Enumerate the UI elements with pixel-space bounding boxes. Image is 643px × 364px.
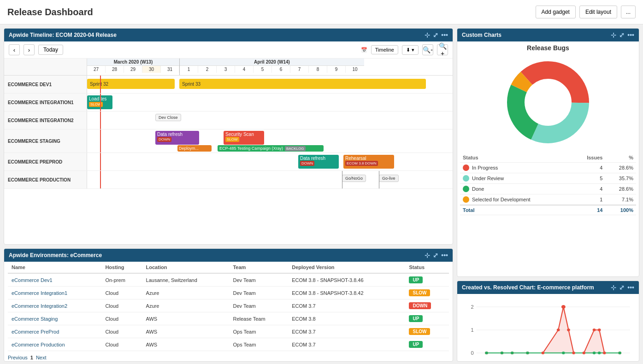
- env-name-link[interactable]: eCommerce Integration1: [12, 290, 67, 296]
- more-options-button[interactable]: ...: [621, 6, 636, 18]
- env-team-cell: Ops Team: [229, 325, 288, 338]
- env-name-link[interactable]: eCommerce Dev1: [12, 277, 53, 283]
- today-marker-preprod: [100, 153, 101, 170]
- legend-pct-cell: 7.1%: [605, 194, 636, 205]
- next-btn[interactable]: ›: [24, 44, 35, 55]
- prev-page-link[interactable]: Previous: [8, 355, 28, 360]
- status-badge: UP: [409, 276, 423, 283]
- cr-expand-icon[interactable]: ⤢: [619, 284, 625, 291]
- today-button[interactable]: Today: [38, 45, 63, 55]
- legend-color-dot: [463, 164, 469, 171]
- env-more-icon[interactable]: •••: [441, 252, 448, 259]
- env-name-link[interactable]: eCommerce Integration2: [12, 303, 67, 309]
- svg-point-4: [525, 79, 571, 125]
- ecp485-bar[interactable]: ECP-485 Testing Campaign (Xray) BACKLOG: [218, 145, 324, 152]
- data-refresh-preprod-label: Data refresh: [300, 156, 325, 161]
- cr-move-icon[interactable]: ⊹: [611, 284, 616, 291]
- row-label-int1: ECOMMERCE INTEGRATION1: [4, 94, 87, 111]
- rehearsal-bar[interactable]: Rehearsal ECOM 3.8 DOWN: [343, 155, 394, 169]
- march-days: 27 28 29 30 31: [87, 66, 179, 73]
- env-hosting-cell: Cloud: [101, 287, 142, 299]
- env-table-header-row: Name Hosting Location Team Deployed Vers…: [8, 262, 449, 273]
- today-marker-staging: [100, 129, 101, 153]
- timeline-inner: March 2020 (W13) 27 28 29 30 31 April: [4, 59, 453, 189]
- legend-pct-cell: 28.6%: [605, 184, 636, 194]
- legend-pct-cell: 35.7%: [605, 173, 636, 184]
- timeline-widget-title: Apwide Timeline: ECOM 2020-04 Release: [9, 32, 117, 38]
- env-table-row: eCommerce Production Cloud AWS Ops Team …: [8, 338, 449, 351]
- zoom-in-button[interactable]: 🔍+: [437, 44, 448, 55]
- legend-color-dot: [463, 196, 469, 203]
- env-table-row: eCommerce PreProd Cloud AWS Ops Team ECO…: [8, 325, 449, 338]
- row-preprod: ECOMMERCE PREPROD Data refresh DOWN Rehe…: [4, 153, 453, 171]
- charts-move-icon[interactable]: ⊹: [611, 31, 616, 39]
- status-badge: UP: [409, 315, 423, 322]
- env-name-link[interactable]: eCommerce Staging: [12, 316, 58, 322]
- more-icon[interactable]: •••: [441, 31, 448, 39]
- cr-more-icon[interactable]: •••: [627, 284, 634, 291]
- legend-row: Done 4 28.6%: [460, 184, 636, 194]
- env-name-cell: eCommerce Dev1: [8, 273, 101, 287]
- security-scan-bar[interactable]: Security Scan SLOW: [224, 131, 264, 145]
- data-refresh-staging-bar[interactable]: Data refresh DOWN: [155, 131, 199, 145]
- expand-icon[interactable]: ⤢: [433, 31, 438, 39]
- move-icon[interactable]: ⊹: [425, 31, 430, 39]
- legend-total-label: Total: [460, 205, 572, 215]
- env-status-cell: SLOW: [405, 325, 449, 338]
- env-expand-icon[interactable]: ⤢: [433, 252, 438, 259]
- legend-issues-cell: 4: [572, 163, 605, 173]
- svg-point-31: [501, 352, 504, 354]
- row-staging: ECOMMERCE STAGING Data refresh DOWN Depl…: [4, 129, 453, 153]
- golive-btn[interactable]: Go-live: [379, 175, 399, 182]
- legend-row: Selected for Development 1 7.1%: [460, 194, 636, 205]
- row-label-production: ECOMMERCE PRODUCTION: [4, 171, 87, 188]
- download-button[interactable]: ⬇ ▾: [402, 45, 419, 55]
- day-28: 28: [106, 66, 124, 73]
- env-location-cell: AWS: [142, 338, 230, 351]
- day-4: 4: [235, 66, 254, 73]
- data-refresh-label: Data refresh: [157, 132, 183, 137]
- zoom-out-button[interactable]: 🔍-: [422, 44, 433, 55]
- charts-more-icon[interactable]: •••: [627, 31, 634, 39]
- row-label-dev1: ECOMMERCE DEV1: [4, 76, 87, 93]
- svg-point-24: [572, 352, 575, 354]
- env-location-cell: Azure: [142, 287, 230, 299]
- svg-point-20: [542, 352, 545, 354]
- env-version-cell: ECOM 3.7: [288, 299, 405, 312]
- timeline-mode-button[interactable]: Timeline: [371, 45, 398, 54]
- ecom38down-badge: ECOM 3.8 DOWN: [345, 161, 378, 166]
- rehearsal-label: Rehearsal: [345, 156, 366, 161]
- environments-widget: Apwide Environments: eCommerce ⊹ ⤢ ••• N…: [4, 248, 453, 362]
- prev-btn[interactable]: ‹: [9, 44, 20, 55]
- sprint33-bar[interactable]: Sprint 33: [179, 79, 426, 89]
- charts-expand-icon[interactable]: ⤢: [619, 31, 625, 39]
- legend-status-label: Under Review: [472, 176, 504, 181]
- svg-point-35: [593, 352, 596, 354]
- cr-chart-area: 2 1 0 12 Mar 2020 17 Mar 2020 21 Mar 202…: [457, 294, 639, 362]
- data-refresh-preprod-bar[interactable]: Data refresh DOWN: [298, 155, 339, 169]
- env-name-link[interactable]: eCommerce PreProd: [12, 329, 59, 335]
- svg-point-34: [562, 352, 565, 354]
- env-hosting-cell: Cloud: [101, 325, 142, 338]
- svg-point-26: [593, 329, 596, 331]
- add-gadget-button[interactable]: Add gadget: [536, 6, 576, 18]
- gonogo-btn[interactable]: Go/NoGo: [342, 175, 366, 182]
- release-bugs-title: Release Bugs: [460, 44, 636, 52]
- env-version-cell: ECOM 3.7: [288, 338, 405, 351]
- env-name-cell: eCommerce PreProd: [8, 325, 101, 338]
- env-move-icon[interactable]: ⊹: [425, 252, 430, 259]
- row-content-production: Go/NoGo Go-live: [87, 171, 453, 188]
- timeline-header-actions: ⊹ ⤢ •••: [425, 31, 448, 39]
- edit-layout-button[interactable]: Edit layout: [579, 6, 617, 18]
- env-team-cell: Dev Team: [229, 287, 288, 299]
- col-version: Deployed Version: [288, 262, 405, 273]
- today-marker: [100, 76, 101, 93]
- env-name-link[interactable]: eCommerce Production: [12, 342, 65, 347]
- next-page-link[interactable]: Next: [36, 355, 47, 360]
- legend-total-row: Total 14 100%: [460, 205, 636, 215]
- env-status-cell: UP: [405, 338, 449, 351]
- svg-text:1: 1: [471, 328, 474, 333]
- deployment-bar[interactable]: Deploym...: [177, 145, 212, 152]
- svg-point-22: [561, 305, 566, 309]
- custom-charts-widget: Custom Charts ⊹ ⤢ ••• Release Bugs: [457, 28, 639, 277]
